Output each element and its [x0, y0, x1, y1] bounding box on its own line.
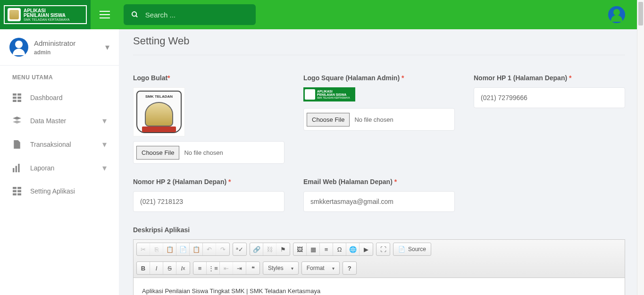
- help-button[interactable]: ?: [343, 262, 356, 274]
- editor-toolbar: ✂ ⎘ 📋 📄 📋 ↶ ↷ ᵃ✓ 🔗 ⛓ ⚑ 🖼: [134, 240, 625, 278]
- sidebar-label: Transaksional: [30, 141, 71, 148]
- svg-rect-12: [18, 164, 19, 172]
- sidebar-item-setting[interactable]: Setting Aplikasi: [0, 180, 119, 202]
- sidebar-label: Dashboard: [30, 94, 63, 101]
- file-status: No file chosen: [184, 149, 223, 156]
- svg-rect-13: [13, 187, 17, 189]
- hr-button[interactable]: ≡: [320, 243, 333, 255]
- maximize-button[interactable]: ⛶: [376, 243, 390, 255]
- italic-button[interactable]: I: [150, 262, 163, 274]
- layers-icon: [12, 116, 22, 126]
- label-logo-bulat: Logo Bulat*: [133, 74, 284, 82]
- topbar: APLIKASI PENILAIAN SISWA SMK TELADAN KER…: [0, 0, 644, 29]
- sidebar-label: Setting Aplikasi: [30, 187, 75, 195]
- editor-body[interactable]: Aplikasi Penilaian Siswa Tingkat SMK | S…: [134, 278, 625, 295]
- specialchar-button[interactable]: Ω: [333, 243, 346, 255]
- table-button[interactable]: ▦: [307, 243, 320, 255]
- svg-rect-4: [13, 97, 17, 99]
- search-icon: [131, 10, 139, 19]
- svg-rect-16: [17, 190, 21, 193]
- svg-rect-7: [17, 100, 21, 102]
- user-name: Administrator: [34, 39, 75, 47]
- square-logo-icon: [305, 89, 315, 100]
- bulletlist-button[interactable]: ⋮≡: [207, 262, 220, 274]
- svg-marker-9: [13, 120, 21, 124]
- image-button[interactable]: 🖼: [293, 243, 307, 255]
- strike-button[interactable]: S: [163, 262, 176, 274]
- sidebar-item-transaksional[interactable]: Transaksional ▾: [0, 133, 119, 156]
- svg-rect-15: [13, 190, 17, 193]
- spellcheck-button[interactable]: ᵃ✓: [233, 243, 246, 255]
- redo-button[interactable]: ↷: [216, 243, 229, 255]
- brand-line1: APLIKASI: [24, 8, 69, 13]
- label-email: Email Web (Halaman Depan) *: [303, 178, 455, 185]
- file-input-logo-bulat[interactable]: Choose File No file chosen: [133, 141, 284, 164]
- chevron-down-icon: ▾: [102, 116, 107, 126]
- copy-button[interactable]: ⎘: [150, 243, 163, 255]
- sidebar-item-data-master[interactable]: Data Master ▾: [0, 109, 119, 133]
- bold-button[interactable]: B: [137, 262, 150, 274]
- unlink-button[interactable]: ⛓: [263, 243, 276, 255]
- logo-text: SMK TELADAN: [140, 94, 178, 99]
- styles-dropdown[interactable]: Styles: [263, 262, 298, 274]
- svg-rect-6: [13, 100, 17, 102]
- search-box[interactable]: [124, 4, 256, 25]
- svg-rect-14: [17, 187, 21, 189]
- menu-header: MENU UTAMA: [0, 65, 119, 86]
- input-hp2[interactable]: [133, 191, 284, 212]
- link-button[interactable]: 🔗: [250, 243, 263, 255]
- sidebar-label: Data Master: [30, 117, 66, 125]
- sidebar-toggle[interactable]: [91, 11, 119, 18]
- svg-rect-11: [16, 166, 17, 173]
- sidebar: Administrator admin ▾ MENU UTAMA Dashboa…: [0, 29, 119, 295]
- brand-line2: PENILAIAN SISWA: [24, 13, 69, 18]
- chart-icon: [12, 163, 22, 173]
- user-block[interactable]: Administrator admin ▾: [0, 29, 119, 65]
- removeformat-button[interactable]: Ix: [176, 262, 190, 274]
- user-avatar-menu[interactable]: [608, 6, 625, 23]
- search-input[interactable]: [145, 11, 248, 19]
- grid-icon: [12, 186, 22, 196]
- format-dropdown[interactable]: Format: [302, 262, 339, 274]
- svg-rect-10: [13, 168, 14, 172]
- paste-text-button[interactable]: 📄: [176, 243, 190, 255]
- cut-button[interactable]: ✂: [137, 243, 150, 255]
- svg-marker-8: [13, 117, 21, 120]
- blockquote-button[interactable]: ❝: [246, 262, 259, 274]
- brand-logo-icon: [8, 8, 21, 21]
- choose-file-button[interactable]: Choose File: [136, 146, 179, 160]
- undo-button[interactable]: ↶: [203, 243, 216, 255]
- file-icon: [12, 140, 22, 149]
- sidebar-item-laporan[interactable]: Laporan ▾: [0, 156, 119, 180]
- paste-word-button[interactable]: 📋: [190, 243, 203, 255]
- brand-text: APLIKASI PENILAIAN SISWA SMK TELADAN KER…: [24, 8, 69, 21]
- file-input-logo-square[interactable]: Choose File No file chosen: [303, 108, 455, 131]
- paste-button[interactable]: 📋: [163, 243, 176, 255]
- divider: [133, 55, 625, 55]
- svg-rect-2: [13, 93, 17, 96]
- svg-point-0: [132, 12, 136, 16]
- numlist-button[interactable]: ≡: [193, 262, 207, 274]
- content: Setting Web Logo Bulat* SMK TELADAN Choo…: [119, 29, 644, 295]
- page-scrollbar[interactable]: [637, 0, 644, 295]
- label-hp1: Nomor HP 1 (Halaman Depan) *: [474, 74, 625, 82]
- embed-button[interactable]: ▶: [360, 243, 373, 255]
- logo-bulat-preview: SMK TELADAN: [133, 87, 185, 136]
- sidebar-item-dashboard[interactable]: Dashboard: [0, 86, 119, 109]
- brand[interactable]: APLIKASI PENILAIAN SISWA SMK TELADAN KER…: [0, 0, 91, 29]
- input-hp1[interactable]: [474, 87, 625, 108]
- brand-badge: APLIKASI PENILAIAN SISWA SMK TELADAN KER…: [4, 5, 87, 24]
- chevron-down-icon: ▾: [105, 42, 109, 52]
- iframe-button[interactable]: 🌐: [346, 243, 360, 255]
- logo-square-preview: APLIKASI PENILAIAN SISWA SMK TELADAN KER…: [303, 87, 355, 101]
- source-button[interactable]: 📄 Source: [393, 243, 431, 255]
- brand-line3: SMK TELADAN KERTASMAYA: [24, 18, 69, 21]
- user-role: admin: [34, 49, 75, 56]
- svg-rect-3: [17, 93, 21, 96]
- indent-button[interactable]: ⇥: [233, 262, 246, 274]
- label-deskripsi: Deskripsi Aplikasi: [133, 226, 625, 234]
- input-email[interactable]: [303, 191, 455, 212]
- choose-file-button[interactable]: Choose File: [307, 113, 350, 126]
- outdent-button[interactable]: ⇤: [220, 262, 233, 274]
- anchor-button[interactable]: ⚑: [276, 243, 290, 255]
